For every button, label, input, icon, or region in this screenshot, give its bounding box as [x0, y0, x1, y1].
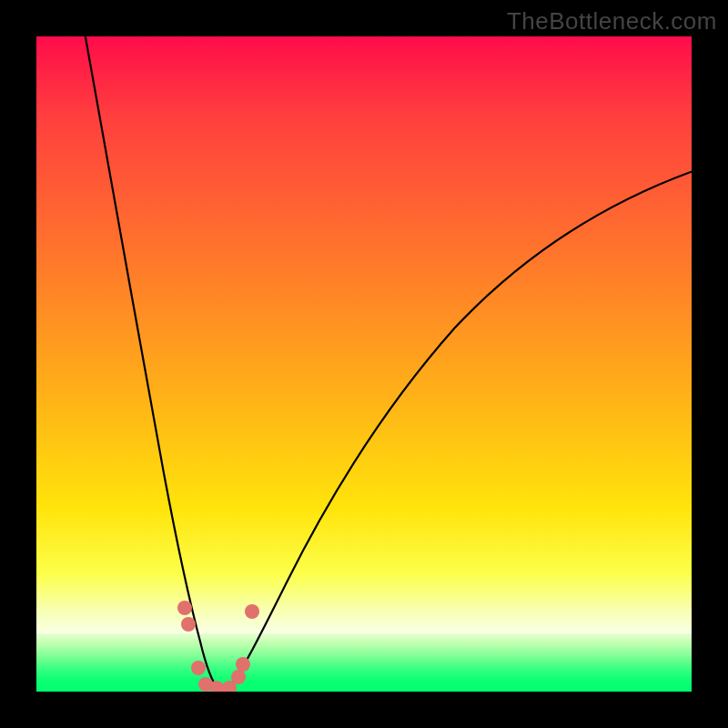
curve-left [84, 36, 218, 690]
marker-point [231, 670, 246, 684]
marker-cluster [177, 601, 259, 692]
marker-point [177, 601, 192, 615]
marker-point [191, 661, 206, 675]
watermark-text: TheBottleneck.com [507, 7, 717, 35]
marker-point [236, 657, 250, 672]
chart-svg [36, 36, 692, 692]
marker-point [245, 604, 259, 619]
curve-right [228, 168, 692, 690]
marker-point [181, 617, 196, 632]
chart-plot-area [36, 36, 692, 692]
